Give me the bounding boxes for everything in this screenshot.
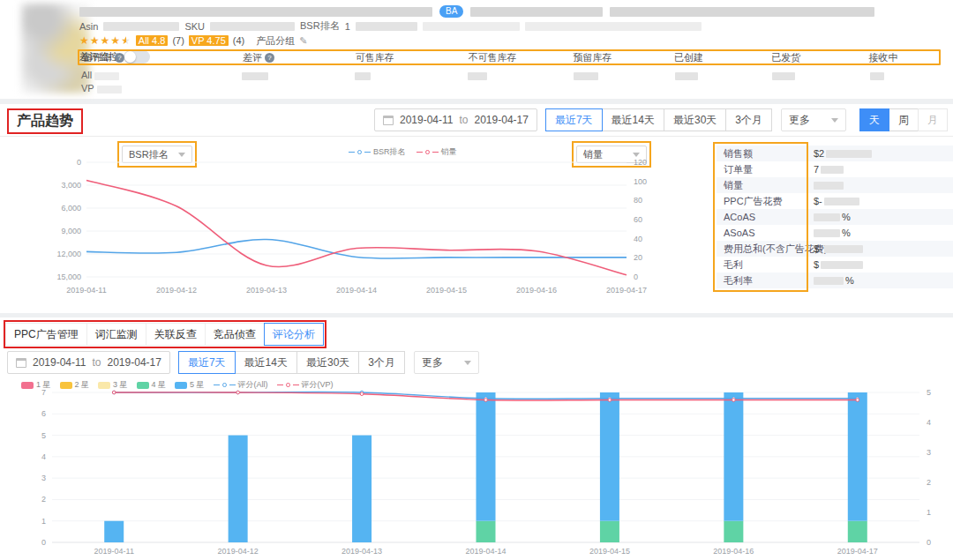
chevron-down-icon [831,118,838,123]
info-icon[interactable]: ? [115,53,124,63]
chevron-down-icon [178,153,185,157]
tab-PPC广告管理[interactable]: PPC广告管理 [5,323,87,346]
legend-circle-icon [425,150,430,154]
metric-row: 费用总和(不含广告花费)$- [717,241,953,257]
quick-range-button[interactable]: 最近7天 [545,108,603,131]
product-trend-section: 产品趋势 2019-04-11to2019-04-17最近7天最近14天最近30… [0,104,953,313]
rating-vp-badge: VP 4.75 [189,35,229,46]
granularity-button[interactable]: 月 [918,108,948,131]
svg-text:0: 0 [77,158,81,167]
svg-text:9,000: 9,000 [61,227,81,235]
blurred-title [610,7,874,17]
quick-range-button[interactable]: 最近30天 [664,108,726,131]
date-range-picker[interactable]: 2019-04-11to2019-04-17 [7,351,170,374]
svg-text:2: 2 [41,495,46,504]
chevron-down-icon [633,153,640,157]
svg-text:5: 5 [927,388,931,397]
svg-text:0: 0 [927,538,931,547]
metric-value: % [807,275,854,286]
inventory-cell [238,69,351,95]
product-info-row: Asin SKU BSR排名 1 [79,20,942,32]
calendar-icon [16,358,26,368]
svg-text:2019-04-13: 2019-04-13 [341,547,382,556]
metric-value: $- [807,196,859,206]
inventory-col-label: 已创建 [674,51,703,64]
inventory-table-row: All VP [78,69,941,95]
svg-text:2019-04-17: 2019-04-17 [837,547,878,556]
review-chart[interactable]: 765432105432102019-04-112019-04-122019-0… [12,388,946,558]
product-title-row: BA [79,5,942,18]
svg-text:2019-04-15: 2019-04-15 [589,547,630,556]
date-from: 2019-04-11 [33,356,86,369]
rating-all-count: (7) [172,35,184,46]
review-date-controls: 2019-04-11to2019-04-17最近7天最近14天最近30天3个月更… [7,351,479,374]
more-ranges-select[interactable]: 更多 [781,108,846,131]
metric-value: % [807,228,851,238]
calendar-icon [383,116,394,125]
metric-row: ASoAS% [717,225,953,241]
trend-chart[interactable]: 03,0006,0009,00012,00015,000120100806040… [44,157,672,298]
quick-range-button[interactable]: 最近7天 [178,351,236,374]
svg-text:80: 80 [634,196,642,205]
svg-text:60: 60 [634,215,642,224]
inventory-cell [672,69,769,95]
quick-range-button[interactable]: 最近14天 [602,108,664,131]
svg-text:6: 6 [41,409,46,418]
inventory-row-label: All [81,70,94,80]
metric-label: 毛利率 [717,274,807,287]
inventory-col-header: 差评? [239,51,352,64]
info-icon[interactable]: ? [265,53,274,63]
tab-评论分析[interactable]: 评论分析 [264,323,324,346]
inventory-table: 留评率?差评?可售库存不可售库存预留库存已创建已发货接收中 All VP [78,49,941,95]
inventory-row-label: VP [81,83,97,93]
svg-text:1: 1 [41,517,46,526]
metric-label: ASoAS [717,228,807,238]
chevron-down-icon [464,361,471,365]
svg-text:1: 1 [927,508,931,517]
inventory-col-header: 可售库存 [352,51,465,64]
more-ranges-select[interactable]: 更多 [414,351,479,374]
metric-value: $- [807,243,863,254]
metric-value: $ [807,259,863,270]
date-range-picker[interactable]: 2019-04-11to2019-04-17 [374,108,537,131]
svg-text:3: 3 [41,474,46,482]
quick-range-button[interactable]: 3个月 [358,351,405,374]
svg-text:2019-04-16: 2019-04-16 [713,547,754,556]
section-title-product-trend: 产品趋势 [7,108,83,134]
svg-text:2: 2 [927,478,931,487]
edit-pencil-icon[interactable]: ✎ [299,35,307,47]
inventory-table-header: 留评率?差评?可售库存不可售库存预留库存已创建已发货接收中 [78,49,941,65]
inventory-col-header: 预留库存 [570,51,672,64]
tab-竞品侦查[interactable]: 竞品侦查 [205,323,265,346]
tab-词汇监测[interactable]: 词汇监测 [86,323,146,346]
svg-text:100: 100 [634,177,647,186]
inventory-col-header: 已发货 [768,51,865,64]
tab-关联反查[interactable]: 关联反查 [146,323,206,346]
granularity-button[interactable]: 周 [889,108,919,131]
inventory-col-label: 预留库存 [574,51,612,64]
quick-range-group: 最近7天最近14天最近30天3个月 [179,351,405,374]
legend-line-icon [416,152,423,153]
quick-range-button[interactable]: 最近14天 [235,351,297,374]
product-rating-row: ★★★★★ All 4.8 (7) VP 4.75 (4) 产品分组 ✎ [79,34,942,47]
svg-text:2019-04-13: 2019-04-13 [246,286,287,295]
quick-range-button[interactable]: 3个月 [725,108,772,131]
product-summary-card: BA Asin SKU BSR排名 1 ★★★★★ All 4.8 (7) VP… [0,0,953,99]
quick-range-button[interactable]: 最近30天 [296,351,359,374]
granularity-button[interactable]: 天 [859,108,889,131]
inventory-cell [867,69,941,95]
metric-row: 销售额$2 [717,146,953,161]
inventory-col-header: 接收中 [865,51,939,64]
metric-row: 销量 [717,177,953,193]
bsr-rank-label: BSR排名 [300,19,340,33]
rating-vp-count: (4) [233,35,244,46]
metric-row: 毛利$ [717,257,953,273]
svg-text:2019-04-17: 2019-04-17 [606,286,647,295]
svg-text:6,000: 6,000 [61,204,81,213]
svg-text:40: 40 [634,235,642,243]
sku-label: SKU [184,21,205,32]
legend-line-icon [349,152,355,153]
metric-label: 毛利 [717,258,807,272]
metric-label: PPC广告花费 [717,195,807,208]
inventory-col-label: 接收中 [868,51,897,64]
